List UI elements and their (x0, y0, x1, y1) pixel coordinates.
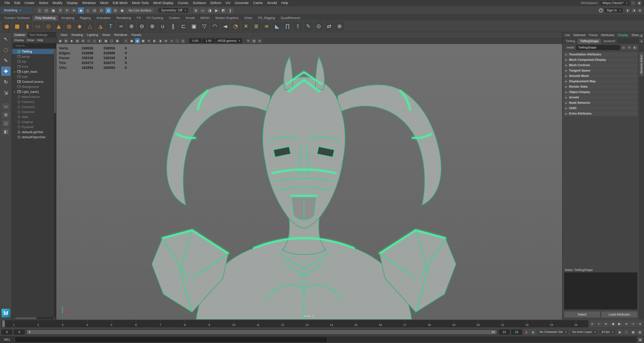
panel-menu-item[interactable]: Shading (69, 33, 85, 37)
outliner-item[interactable]: MainColumn (12, 94, 56, 99)
viewport-shading-icon[interactable]: ☀ (146, 38, 151, 43)
outliner-vscrollbar[interactable] (54, 48, 56, 317)
scroll-left-icon[interactable] (12, 317, 15, 319)
notes-textarea[interactable] (564, 272, 637, 309)
frame-tick[interactable]: 12 (270, 320, 295, 327)
menu-item[interactable]: Mesh Tools (130, 0, 151, 6)
attribute-section-header[interactable]: Extra Attributes (564, 111, 638, 116)
shelf-tab[interactable]: MASH (198, 16, 212, 21)
node-tab[interactable]: lambert2 (601, 39, 618, 44)
fps-dropdown[interactable]: 24 fps (599, 329, 616, 335)
outliner-item[interactable]: Column1 (12, 99, 56, 104)
frame-tick[interactable]: 14 (319, 320, 344, 327)
outliner-item[interactable]: Pyramid (12, 125, 56, 130)
attribute-editor-menu-item[interactable]: Attributes (601, 33, 614, 37)
frame-tick[interactable]: 7 (148, 320, 172, 327)
viewport-toolbar-icon[interactable]: ◉ (58, 38, 63, 43)
outliner-item[interactable]: Light_back1 (12, 89, 56, 94)
frame-tick[interactable]: 4 (75, 320, 99, 327)
viewport-shading-icon[interactable]: ◍ (135, 38, 140, 43)
command-language-selector[interactable]: MEL (0, 336, 14, 343)
outliner-item[interactable]: persp (12, 54, 56, 59)
attribute-editor-button[interactable]: Select (564, 311, 600, 317)
attribute-section-header[interactable]: Displacement Map (564, 79, 638, 84)
attribute-section-header[interactable]: Mesh Component Display (564, 58, 638, 62)
viewport-toolbar-icon[interactable]: ◧ (98, 38, 103, 43)
attribute-editor-menu-item[interactable]: Selected (573, 33, 586, 37)
shelf-tab[interactable]: FX Caching (144, 16, 166, 21)
attribute-editor-menu-item[interactable]: Show (632, 33, 640, 37)
scroll-thumb[interactable] (15, 317, 36, 319)
outliner-menu-item[interactable]: Display (14, 39, 24, 42)
frame-tick[interactable]: 2 (26, 320, 50, 327)
attribute-section-header[interactable]: UUID (564, 106, 638, 111)
symmetry-dropdown[interactable]: Symmetry: Off (159, 8, 188, 13)
menu-item[interactable]: Modify (50, 0, 64, 6)
shelf-tab[interactable]: PS_Rigging (256, 16, 278, 21)
viewport-extra-icon[interactable]: ≡ (257, 38, 262, 43)
viewport-shading-icon[interactable]: ◑ (158, 38, 163, 43)
frame-tick[interactable]: 8 (172, 320, 197, 327)
attribute-section-header[interactable]: Tessellation Attributes (564, 52, 638, 57)
frame-tick[interactable]: 13 (295, 320, 319, 327)
panel-menu-item[interactable]: View (58, 33, 69, 37)
menu-item[interactable]: Select (37, 0, 50, 6)
animation-end-field[interactable]: 24 (511, 329, 522, 335)
shelf-tab[interactable]: Poly Modeling (33, 16, 58, 21)
outliner-item[interactable]: defaultLightSet (12, 130, 56, 135)
sign-in-dropdown[interactable]: Sign In (604, 8, 623, 13)
command-input[interactable] (15, 337, 327, 342)
outliner-menu-item[interactable]: Help (37, 39, 43, 42)
outliner-search-input[interactable] (14, 43, 56, 48)
anim-layer-dropdown[interactable]: No Anim Layer (570, 329, 598, 335)
menu-item[interactable]: Help (279, 0, 290, 6)
outliner-item[interactable]: Original (12, 120, 56, 125)
outliner-item[interactable]: front (12, 64, 56, 69)
menu-item[interactable]: Arnold (265, 0, 279, 6)
menu-item[interactable]: Curves (176, 0, 190, 6)
viewport-toolbar-icon[interactable]: ▣ (115, 38, 120, 43)
frame-tick[interactable]: 10 (222, 320, 246, 327)
frame-tick[interactable]: 20 (466, 320, 490, 327)
viewport-extra-icon[interactable]: ✎ (246, 38, 251, 43)
attribute-editor-menu-item[interactable]: Focus (589, 33, 598, 37)
menu-item[interactable]: Surfaces (190, 0, 208, 6)
viewport-toolbar-icon[interactable]: ◻ (92, 38, 97, 43)
attribute-section-header[interactable]: Render Stats (564, 84, 638, 89)
viewport-extra-icon[interactable]: ▤ (252, 38, 256, 43)
viewport-canvas[interactable]: Verts:1585551585550 Edges:3166883166880 … (56, 44, 562, 319)
shelf-tab[interactable]: Custom (166, 16, 182, 21)
viewport-toolbar-icon[interactable]: ▧ (75, 38, 80, 43)
attribute-section-header[interactable]: Arnold (564, 95, 638, 100)
expand-icon[interactable] (13, 91, 16, 93)
menu-item[interactable]: Edit (12, 0, 22, 6)
shelf-tab[interactable]: QuadRemesh (278, 16, 303, 21)
time-slider-track[interactable]: 123456789101112131415161718192021222324 (1, 320, 588, 327)
attribute-editor-button[interactable]: Load Attributes (602, 311, 637, 317)
character-set-dropdown[interactable]: No Character Set (537, 329, 569, 335)
shelf-tab[interactable]: Arnold (183, 16, 198, 21)
menu-item[interactable]: Generate (232, 0, 251, 6)
shelf-tab[interactable]: Curves / Surfaces (2, 16, 32, 21)
frame-tick[interactable]: 19 (442, 320, 466, 327)
outliner-item[interactable]: defaultObjectSet (12, 135, 56, 140)
panel-menu-item[interactable]: Lighting (85, 33, 100, 37)
colorspace-dropdown[interactable]: sRGB gamma (216, 39, 242, 43)
node-tab[interactable]: Tiefling (563, 39, 578, 44)
panel-menu-item[interactable]: Panels (130, 33, 143, 37)
viewport-toolbar-icon[interactable]: ▤ (64, 38, 68, 43)
menu-item[interactable]: Cache (251, 0, 265, 6)
attribute-section-header[interactable]: Mesh Controls (564, 63, 638, 68)
outliner-item[interactable]: top (12, 59, 56, 64)
shelf-tab[interactable]: Rigging (77, 16, 94, 21)
frame-tick[interactable]: 21 (490, 320, 515, 327)
menu-item[interactable]: File (2, 0, 12, 6)
attribute-section-header[interactable]: Tangent Space (564, 68, 638, 73)
menu-item[interactable]: UV (224, 0, 233, 6)
animation-start-field[interactable]: 0 (1, 329, 12, 335)
shelf-tab[interactable]: FX (134, 16, 144, 21)
mesh-name-field[interactable]: TieflingShape (576, 45, 620, 50)
attribute-editor-menu-item[interactable]: List (565, 33, 570, 37)
shelf-tab[interactable]: Motion Graphics (213, 16, 241, 21)
viewport-shading-icon[interactable]: ≈ (169, 38, 174, 43)
